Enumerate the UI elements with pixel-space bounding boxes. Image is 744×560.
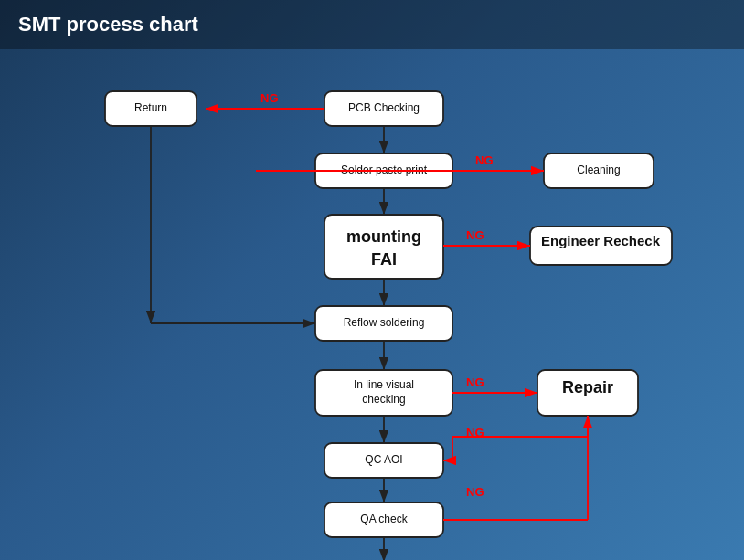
ng-label-return: NG: [260, 91, 279, 105]
ng-label-qacheck: NG: [466, 485, 484, 499]
return-label: Return: [134, 101, 167, 114]
engineer-recheck-label: Engineer Recheck: [541, 233, 661, 248]
ng-label-mounting: NG: [466, 228, 484, 242]
chart-area: PCB Checking Return NG Solder paste prin…: [0, 55, 744, 560]
page-title: SMT process chart: [18, 13, 198, 36]
inline-visual-label1: In line visual: [354, 378, 414, 391]
mounting-fai-label-line2: FAI: [371, 250, 397, 269]
pcb-checking-label: PCB Checking: [348, 101, 420, 114]
ng-label-inline: NG: [466, 375, 484, 389]
title-bar: SMT process chart: [0, 0, 744, 49]
page: SMT process chart PCB Checking Return: [0, 0, 744, 560]
inline-visual-label2: checking: [362, 393, 405, 406]
mounting-fai-box: [324, 215, 443, 279]
repair-label: Repair: [562, 378, 613, 396]
reflow-label: Reflow soldering: [344, 316, 425, 329]
qa-check-label: QA check: [360, 512, 408, 525]
qc-aoi-label: QC AOI: [365, 453, 402, 466]
cleaning-label: Cleaning: [577, 164, 620, 176]
mounting-fai-label-line1: mounting: [346, 227, 421, 246]
ng-label-solder: NG: [475, 153, 494, 167]
